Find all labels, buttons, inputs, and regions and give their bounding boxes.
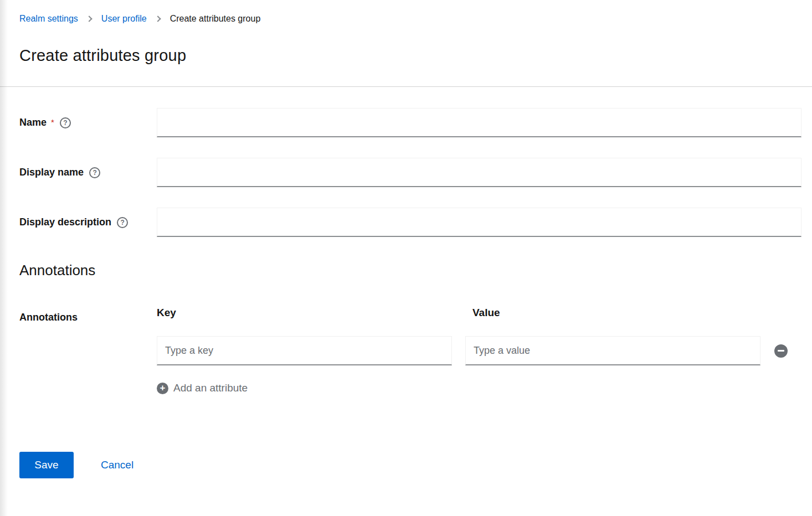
help-icon[interactable]: ? bbox=[60, 117, 71, 128]
add-attribute-button[interactable]: + Add an attribute bbox=[157, 381, 248, 395]
display-name-input[interactable] bbox=[157, 158, 801, 187]
display-description-label-group: Display description ? bbox=[19, 216, 157, 228]
annotation-key-input[interactable] bbox=[157, 336, 452, 365]
minus-icon bbox=[778, 350, 784, 352]
name-label: Name bbox=[19, 117, 47, 128]
add-attribute-label: Add an attribute bbox=[173, 381, 248, 395]
name-field-row: Name * ? bbox=[19, 108, 801, 137]
plus-circle-icon: + bbox=[157, 383, 168, 394]
display-description-input[interactable] bbox=[157, 208, 801, 237]
breadcrumb-current-page: Create attributes group bbox=[170, 12, 261, 25]
breadcrumb-link-realm-settings[interactable]: Realm settings bbox=[19, 12, 78, 25]
help-icon[interactable]: ? bbox=[117, 217, 128, 228]
key-value-headers: Key Value bbox=[157, 306, 801, 320]
question-mark-glyph: ? bbox=[63, 119, 67, 127]
display-name-label: Display name bbox=[19, 167, 84, 178]
form-action-group: Save Cancel bbox=[19, 452, 801, 478]
name-input[interactable] bbox=[157, 108, 801, 137]
page-title: Create attributes group bbox=[19, 45, 801, 65]
breadcrumb-link-user-profile[interactable]: User profile bbox=[101, 12, 147, 25]
page-header: Realm settings User profile Create attri… bbox=[0, 0, 812, 87]
annotations-label-group: Annotations bbox=[19, 306, 157, 395]
annotations-field-row: Annotations Key Value + Add an attribute bbox=[19, 306, 801, 395]
annotations-label: Annotations bbox=[19, 312, 78, 323]
breadcrumb: Realm settings User profile Create attri… bbox=[19, 12, 801, 25]
annotations-section-title: Annotations bbox=[19, 261, 801, 280]
key-column-header: Key bbox=[157, 306, 452, 320]
name-label-group: Name * ? bbox=[19, 117, 157, 128]
chevron-right-icon bbox=[86, 16, 92, 22]
display-description-field-row: Display description ? bbox=[19, 208, 801, 237]
question-mark-glyph: ? bbox=[92, 169, 96, 177]
remove-annotation-button[interactable] bbox=[774, 344, 788, 358]
key-value-editor: Key Value + Add an attribute bbox=[157, 306, 801, 395]
annotation-value-input[interactable] bbox=[465, 336, 760, 365]
display-name-label-group: Display name ? bbox=[19, 167, 157, 178]
annotation-row bbox=[157, 336, 801, 365]
help-icon[interactable]: ? bbox=[89, 167, 100, 178]
value-column-header: Value bbox=[465, 306, 760, 320]
chevron-right-icon bbox=[155, 16, 161, 22]
display-name-field-row: Display name ? bbox=[19, 158, 801, 187]
create-attributes-group-form: Name * ? Display name ? Display descript… bbox=[0, 108, 812, 478]
cancel-link[interactable]: Cancel bbox=[101, 459, 133, 471]
question-mark-glyph: ? bbox=[120, 219, 124, 226]
required-asterisk: * bbox=[51, 117, 54, 127]
save-button[interactable]: Save bbox=[19, 452, 74, 478]
display-description-label: Display description bbox=[19, 216, 111, 228]
